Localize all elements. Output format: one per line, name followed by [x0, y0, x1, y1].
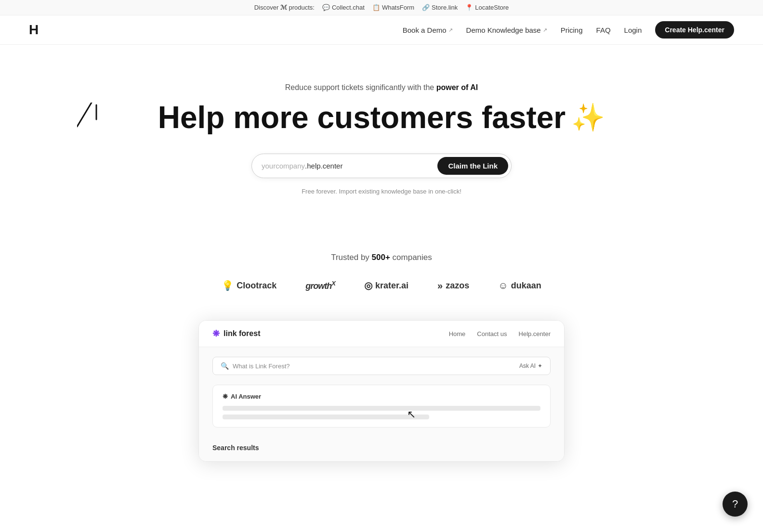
zazos-icon: »: [437, 280, 443, 291]
external-link-icon: ↗: [543, 27, 547, 33]
demo-nav-home: Home: [449, 330, 466, 337]
demo-results-header: Search results: [212, 444, 551, 452]
url-suffix-text: .help.center: [305, 162, 342, 170]
nav-faq[interactable]: FAQ: [596, 26, 611, 34]
demo-logo: ❋ link forest: [212, 328, 260, 339]
trusted-section: Trusted by 500+ companies 💡 Clootrack gr…: [0, 224, 763, 311]
sparkle-icon: ✨: [571, 103, 605, 132]
trusted-logos: 💡 Clootrack growthX ◎ krater.ai » zazos …: [10, 280, 753, 291]
svg-line-0: [77, 103, 92, 127]
banner-link-locate-store[interactable]: 📍 LocateStore: [465, 4, 509, 11]
claim-link-button[interactable]: Claim the Link: [437, 157, 508, 175]
nav-demo-kb[interactable]: Demo Knowledge base ↗: [466, 26, 547, 34]
demo-ai-card: ❋ AI Answer: [212, 385, 551, 428]
demo-nav: Home Contact us Help.center: [449, 330, 551, 337]
demo-ai-header: ❋ AI Answer: [223, 393, 540, 400]
banner-link-store-link[interactable]: 🔗 Store.link: [422, 4, 458, 11]
demo-ai-line-full: [223, 406, 540, 411]
banner-products: 💬 Collect.chat 📋 WhatsForm 🔗 Store.link …: [322, 4, 509, 11]
hero-subtitle: Reduce support tickets significantly wit…: [10, 83, 753, 92]
demo-search-bar[interactable]: 🔍 What is Link Forest? Ask AI ✦: [212, 357, 551, 375]
logo-krater: ◎ krater.ai: [364, 280, 408, 291]
demo-section: ❋ link forest Home Contact us Help.cente…: [0, 311, 763, 481]
banner-discover: Discover ℳ products:: [254, 4, 315, 11]
navbar: H Book a Demo ↗ Demo Knowledge base ↗ Pr…: [0, 15, 763, 45]
nav-pricing[interactable]: Pricing: [561, 26, 583, 34]
search-icon: 🔍: [221, 362, 229, 370]
dukaan-icon: ☺: [498, 280, 508, 291]
banner-link-collect-chat[interactable]: 💬 Collect.chat: [322, 4, 365, 11]
demo-nav-help: Help.center: [519, 330, 551, 337]
demo-search-left: 🔍 What is Link Forest?: [221, 362, 290, 370]
nav-links: Book a Demo ↗ Demo Knowledge base ↗ Pric…: [403, 21, 734, 39]
nav-book-demo[interactable]: Book a Demo ↗: [403, 26, 453, 34]
clootrack-icon: 💡: [222, 280, 234, 291]
url-placeholder-text: yourcompany: [262, 162, 305, 170]
create-help-center-button[interactable]: Create Help.center: [655, 21, 734, 39]
logo-growthx: growthX: [305, 280, 335, 291]
demo-ai-line-partial: [223, 415, 429, 419]
demo-logo-icon: ❋: [212, 328, 220, 339]
url-input-wrap: yourcompany .help.center Claim the Link: [251, 154, 512, 178]
logo-clootrack: 💡 Clootrack: [222, 280, 276, 291]
url-input[interactable]: [342, 162, 434, 170]
demo-ai-lines: [223, 406, 540, 419]
logo-zazos: » zazos: [437, 280, 469, 291]
demo-card-header: ❋ link forest Home Contact us Help.cente…: [199, 321, 564, 347]
external-link-icon: ↗: [448, 27, 453, 33]
ai-sparkle-icon: ✦: [538, 363, 542, 369]
nav-login[interactable]: Login: [624, 26, 642, 34]
hero-section: Reduce support tickets significantly wit…: [0, 45, 763, 224]
demo-ask-ai[interactable]: Ask AI ✦: [519, 363, 542, 369]
hero-title: Help more customers faster ✨: [10, 101, 753, 134]
decorative-lines: [77, 103, 106, 136]
demo-card: ❋ link forest Home Contact us Help.cente…: [198, 320, 565, 462]
site-logo[interactable]: H: [29, 22, 38, 38]
krater-icon: ◎: [364, 280, 372, 291]
trusted-heading: Trusted by 500+ companies: [10, 253, 753, 262]
hero-note: Free forever. Import existing knowledge …: [302, 188, 461, 195]
demo-nav-contact: Contact us: [477, 330, 507, 337]
ai-answer-icon: ❋: [223, 393, 228, 400]
top-banner: Discover ℳ products: 💬 Collect.chat 📋 Wh…: [0, 0, 763, 15]
banner-link-whatsform[interactable]: 📋 WhatsForm: [372, 4, 414, 11]
demo-search-text: What is Link Forest?: [233, 363, 290, 370]
demo-card-body: 🔍 What is Link Forest? Ask AI ✦ ❋ AI Ans…: [199, 347, 564, 461]
logo-dukaan: ☺ dukaan: [498, 280, 541, 291]
